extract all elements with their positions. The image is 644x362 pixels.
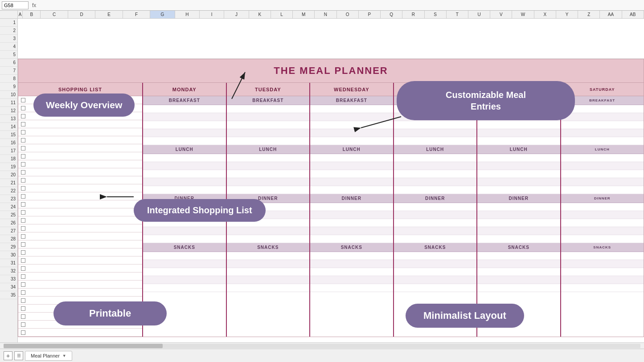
shopping-row[interactable] bbox=[18, 200, 142, 208]
checkbox[interactable] bbox=[21, 186, 25, 191]
shopping-row[interactable] bbox=[18, 232, 142, 240]
sheet-content[interactable]: THE MEAL PLANNER SHOPPING LIST bbox=[18, 19, 644, 342]
checkbox[interactable] bbox=[21, 162, 25, 167]
col-header-r[interactable]: R bbox=[402, 11, 424, 18]
meal-row[interactable] bbox=[477, 170, 560, 178]
shopping-row[interactable] bbox=[18, 216, 142, 224]
meal-row[interactable] bbox=[561, 211, 644, 219]
shopping-row[interactable] bbox=[18, 224, 142, 232]
formula-input[interactable] bbox=[40, 1, 642, 9]
meal-row[interactable] bbox=[477, 219, 560, 227]
meal-row[interactable] bbox=[561, 219, 644, 227]
meal-row[interactable] bbox=[477, 154, 560, 162]
meal-planner-tab[interactable]: Meal Planner ▼ bbox=[25, 351, 72, 361]
meal-row[interactable] bbox=[310, 113, 393, 121]
shopping-row[interactable] bbox=[18, 176, 142, 184]
meal-row[interactable] bbox=[227, 260, 310, 268]
col-header-y[interactable]: Y bbox=[556, 11, 578, 18]
meal-row[interactable] bbox=[310, 129, 393, 137]
meal-row[interactable] bbox=[227, 178, 310, 186]
meal-row[interactable] bbox=[477, 162, 560, 170]
meal-row[interactable] bbox=[227, 227, 310, 235]
meal-row[interactable] bbox=[477, 178, 560, 186]
checkbox[interactable] bbox=[21, 258, 25, 263]
col-header-ab[interactable]: AB bbox=[622, 11, 644, 18]
shopping-row[interactable] bbox=[18, 256, 142, 264]
meal-row[interactable] bbox=[143, 178, 226, 186]
checkbox[interactable] bbox=[21, 106, 25, 110]
checkbox[interactable] bbox=[21, 322, 25, 327]
meal-row[interactable] bbox=[561, 227, 644, 235]
meal-row[interactable] bbox=[394, 121, 477, 129]
meal-row[interactable] bbox=[394, 162, 477, 170]
col-header-s[interactable]: S bbox=[425, 11, 447, 18]
meal-row[interactable] bbox=[227, 276, 310, 284]
meal-row[interactable] bbox=[561, 113, 644, 121]
shopping-row[interactable] bbox=[18, 144, 142, 152]
meal-row[interactable] bbox=[310, 178, 393, 186]
checkbox[interactable] bbox=[21, 330, 25, 335]
meal-row[interactable] bbox=[310, 276, 393, 284]
meal-row[interactable] bbox=[394, 227, 477, 235]
meal-row[interactable] bbox=[561, 170, 644, 178]
checkbox[interactable] bbox=[21, 202, 25, 207]
meal-row[interactable] bbox=[394, 137, 477, 145]
meal-row[interactable] bbox=[561, 137, 644, 145]
meal-row[interactable] bbox=[561, 129, 644, 137]
meal-row[interactable] bbox=[143, 162, 226, 170]
meal-row[interactable] bbox=[143, 284, 226, 292]
col-header-p[interactable]: P bbox=[359, 11, 381, 18]
meal-row[interactable] bbox=[477, 284, 560, 292]
meal-row[interactable] bbox=[143, 260, 226, 268]
tab-dropdown-icon[interactable]: ▼ bbox=[62, 354, 66, 358]
checkbox[interactable] bbox=[21, 282, 25, 287]
col-header-z[interactable]: Z bbox=[578, 11, 600, 18]
meal-row[interactable] bbox=[310, 203, 393, 211]
meal-row[interactable] bbox=[143, 186, 226, 194]
shopping-row[interactable] bbox=[18, 192, 142, 200]
meal-row[interactable] bbox=[394, 186, 477, 194]
checkbox[interactable] bbox=[21, 290, 25, 295]
checkbox[interactable] bbox=[21, 170, 25, 175]
meal-row[interactable] bbox=[310, 105, 393, 113]
meal-row[interactable] bbox=[143, 170, 226, 178]
meal-row[interactable] bbox=[143, 129, 226, 137]
meal-row[interactable] bbox=[227, 170, 310, 178]
meal-row[interactable] bbox=[561, 268, 644, 276]
meal-row[interactable] bbox=[394, 154, 477, 162]
checkbox[interactable] bbox=[21, 210, 25, 215]
checkbox[interactable] bbox=[21, 130, 25, 134]
meal-row[interactable] bbox=[561, 121, 644, 129]
checkbox[interactable] bbox=[21, 250, 25, 255]
col-header-i[interactable]: I bbox=[200, 11, 224, 18]
meal-row[interactable] bbox=[310, 227, 393, 235]
col-header-q[interactable]: Q bbox=[381, 11, 402, 18]
col-header-b[interactable]: B bbox=[23, 11, 41, 18]
col-header-t[interactable]: T bbox=[447, 11, 468, 18]
meal-row[interactable] bbox=[394, 276, 477, 284]
meal-row[interactable] bbox=[227, 268, 310, 276]
meal-row[interactable] bbox=[227, 284, 310, 292]
meal-row[interactable] bbox=[561, 284, 644, 292]
meal-row[interactable] bbox=[561, 252, 644, 260]
col-header-x[interactable]: X bbox=[534, 11, 556, 18]
col-header-c[interactable]: C bbox=[41, 11, 68, 18]
meal-row[interactable] bbox=[227, 154, 310, 162]
checkbox[interactable] bbox=[21, 146, 25, 150]
shopping-row[interactable] bbox=[18, 248, 142, 256]
meal-row[interactable] bbox=[394, 203, 477, 211]
meal-row[interactable] bbox=[477, 276, 560, 284]
meal-row[interactable] bbox=[561, 203, 644, 211]
checkbox[interactable] bbox=[21, 234, 25, 239]
shopping-row[interactable] bbox=[18, 128, 142, 136]
meal-row[interactable] bbox=[394, 129, 477, 137]
col-header-o[interactable]: O bbox=[337, 11, 359, 18]
col-header-j[interactable]: J bbox=[224, 11, 249, 18]
meal-row[interactable] bbox=[143, 235, 226, 243]
shopping-row[interactable] bbox=[18, 160, 142, 168]
col-header-e[interactable]: E bbox=[95, 11, 123, 18]
checkbox[interactable] bbox=[21, 242, 25, 247]
meal-row[interactable] bbox=[310, 154, 393, 162]
meal-row[interactable] bbox=[477, 268, 560, 276]
meal-row[interactable] bbox=[477, 137, 560, 145]
